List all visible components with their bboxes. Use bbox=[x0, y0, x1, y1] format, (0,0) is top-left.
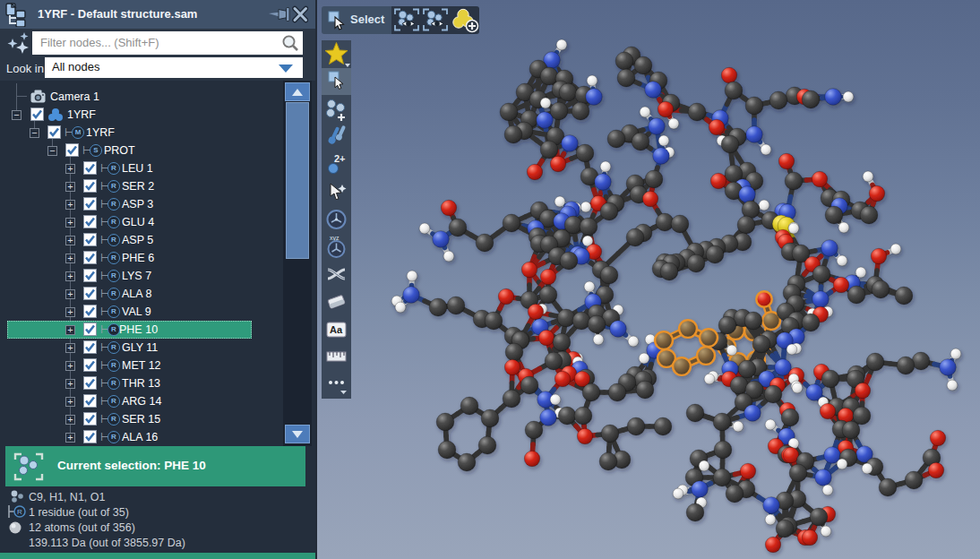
svg-text:Aa: Aa bbox=[330, 324, 343, 335]
svg-text:R: R bbox=[17, 508, 22, 516]
svg-text:2+: 2+ bbox=[334, 153, 346, 164]
